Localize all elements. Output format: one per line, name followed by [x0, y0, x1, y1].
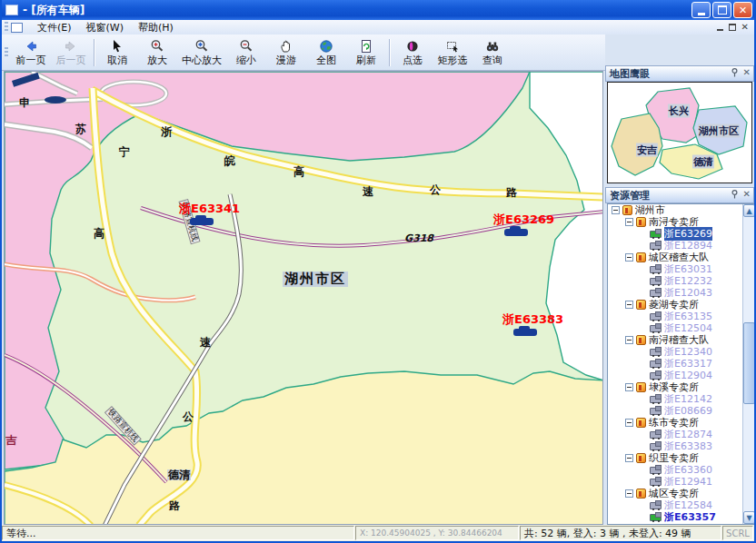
panel-close-icon[interactable]: ✕ — [743, 190, 751, 199]
vehicle-marker[interactable]: 浙E63269 — [493, 210, 554, 236]
node-icon — [650, 360, 662, 368]
status-scroll-lock: SCRL — [722, 526, 753, 540]
menu-grip[interactable] — [5, 22, 8, 33]
node-icon — [636, 217, 646, 227]
status-vehicle-counts: 共: 52 辆, 登入: 3 辆 , 未登入: 49 辆 — [520, 526, 721, 540]
vehicle-icon — [504, 229, 528, 236]
expand-toggle-icon[interactable] — [625, 454, 633, 462]
toolbar-grip[interactable] — [5, 47, 8, 58]
panel-close-icon[interactable]: ✕ — [743, 68, 751, 77]
cancel-button[interactable]: 取消 — [97, 36, 137, 69]
expand-toggle-icon[interactable] — [625, 383, 633, 391]
pan-button[interactable]: 漫游 — [266, 36, 306, 69]
pin-icon[interactable] — [731, 68, 739, 77]
mdi-close-icon[interactable]: ✕ — [741, 22, 749, 32]
map-label: 湖州市区 — [283, 272, 348, 287]
mdi-minimize-icon[interactable] — [717, 29, 723, 31]
title-bar[interactable]: - [所有车辆] ✕ — [2, 0, 754, 20]
map-label: 吉 — [5, 435, 16, 446]
map-label: 浙 — [161, 126, 172, 137]
expand-toggle-icon[interactable] — [625, 489, 633, 498]
vehicle-marker[interactable]: 浙E63383 — [502, 310, 563, 336]
overview-region-label: 德清 — [692, 155, 714, 169]
zoom-in-icon — [150, 39, 164, 54]
node-icon — [636, 382, 646, 392]
refresh-button[interactable]: 刷新 — [346, 36, 386, 69]
pin-icon[interactable] — [731, 190, 739, 199]
node-icon — [636, 335, 646, 345]
vehicle-icon — [190, 218, 214, 225]
node-icon — [636, 300, 646, 310]
rect-select-icon — [445, 39, 460, 54]
node-icon — [650, 349, 662, 356]
resource-tree[interactable]: 湖州市 南浔专卖所 浙E63269 浙E12894 城区稽查大队 — [607, 203, 754, 525]
scrollbar-thumb[interactable] — [743, 322, 755, 404]
map-label: 公 — [430, 184, 441, 195]
status-coordinates: X: 120.45904025 , Y: 30.84466204 — [355, 526, 519, 540]
map-label: 高 — [293, 166, 304, 177]
expand-toggle-icon[interactable] — [612, 206, 620, 214]
zoom-out-button[interactable]: 缩小 — [226, 36, 266, 69]
scroll-down-icon[interactable]: ▼ — [743, 511, 755, 524]
node-icon — [622, 205, 632, 215]
node-icon — [650, 313, 662, 321]
map-label: 宁 — [119, 146, 130, 157]
resources-panel-title[interactable]: 资源管理 ✕ — [605, 187, 754, 203]
mdi-child-icon[interactable] — [11, 23, 23, 33]
overview-region-label: 安吉 — [636, 143, 658, 157]
app-window: - [所有车辆] ✕ 文件(E) 视窗(W) 帮助(H) ✕ 前一页 后一页 — [0, 0, 756, 543]
vehicle-plate-label: 浙E63341 — [179, 202, 240, 215]
map-label: 苏 — [75, 123, 86, 134]
menu-file[interactable]: 文件(E) — [30, 20, 79, 35]
overview-panel-title[interactable]: 地图鹰眼 ✕ — [605, 65, 754, 82]
rect-select-button[interactable]: 矩形选 — [433, 36, 472, 69]
map-label: G318 — [404, 233, 433, 243]
arrow-left-icon — [24, 39, 38, 54]
zoom-in-button[interactable]: 放大 — [137, 36, 177, 69]
minimize-button[interactable] — [691, 2, 711, 18]
scroll-up-icon[interactable]: ▲ — [743, 204, 755, 217]
expand-toggle-icon[interactable] — [625, 336, 633, 344]
restore-button[interactable] — [712, 2, 731, 18]
arrow-right-icon — [64, 39, 78, 54]
binoculars-icon — [485, 39, 500, 54]
expand-toggle-icon[interactable] — [625, 218, 633, 226]
node-icon — [636, 418, 646, 428]
node-icon — [650, 479, 662, 486]
tree-scrollbar[interactable]: ▲ ▼ — [742, 204, 755, 524]
menu-help[interactable]: 帮助(H) — [131, 20, 181, 35]
node-icon — [650, 396, 662, 403]
node-icon — [650, 242, 662, 250]
zoom-out-icon — [239, 39, 254, 54]
search-button[interactable]: 查询 — [472, 36, 512, 69]
node-icon — [636, 489, 646, 499]
center-zoom-button[interactable]: 中心放大 — [177, 36, 226, 69]
globe-icon — [319, 39, 333, 54]
vehicle-marker[interactable]: 浙E63341 — [179, 199, 240, 225]
node-icon — [650, 290, 662, 297]
node-icon — [650, 514, 662, 521]
overview-region-label: 长兴 — [668, 104, 690, 118]
tree-rows: 湖州市 南浔专卖所 浙E63269 浙E12894 城区稽查大队 — [608, 204, 753, 525]
close-button[interactable]: ✕ — [733, 2, 752, 18]
map-base-layers — [5, 72, 603, 525]
expand-toggle-icon[interactable] — [625, 419, 633, 427]
node-icon — [636, 453, 646, 463]
cursor-icon — [110, 39, 124, 54]
overview-minimap[interactable]: 长兴湖州市区安吉德清 — [607, 82, 752, 183]
map-canvas[interactable]: 申苏浙宁皖高速公路高速公路G318湖州市区德清吉铁路宣杭线铁路宣杭线 浙E633… — [4, 71, 603, 525]
mdi-restore-icon[interactable] — [729, 24, 736, 31]
node-icon — [650, 372, 662, 380]
full-map-button[interactable]: 全图 — [306, 36, 346, 69]
prev-page-button[interactable]: 前一页 — [11, 36, 51, 69]
status-bar: 等待... X: 120.45904025 , Y: 30.84466204 共… — [2, 525, 754, 541]
map-label: 高 — [94, 228, 104, 239]
point-select-button[interactable]: 点选 — [393, 36, 433, 69]
next-page-button: 后一页 — [51, 36, 91, 69]
expand-toggle-icon[interactable] — [625, 301, 633, 309]
expand-toggle-icon[interactable] — [625, 253, 633, 262]
overview-title-label: 地图鹰眼 — [610, 67, 650, 81]
node-icon — [650, 278, 662, 285]
menu-view[interactable]: 视窗(W) — [79, 20, 131, 35]
node-icon — [650, 443, 662, 450]
